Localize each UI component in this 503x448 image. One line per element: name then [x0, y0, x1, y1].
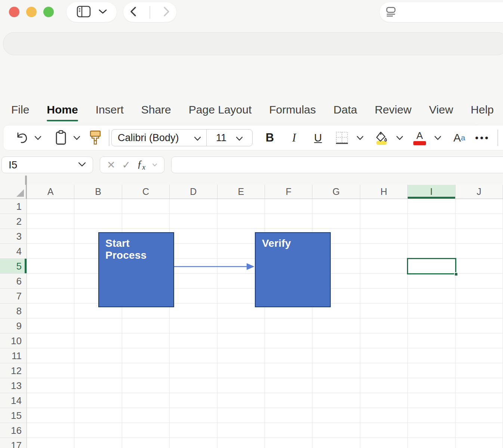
column-header-G[interactable]: G [312, 185, 360, 199]
cell-J1[interactable] [456, 199, 503, 214]
tab-file[interactable]: File [11, 103, 29, 118]
cell-F14[interactable] [265, 393, 312, 408]
cell-H15[interactable] [360, 408, 408, 423]
cell-E9[interactable] [217, 318, 265, 333]
cell-C16[interactable] [122, 423, 170, 438]
cell-D15[interactable] [170, 408, 217, 423]
cell-J10[interactable] [456, 333, 503, 348]
cell-C1[interactable] [122, 199, 170, 214]
cell-D13[interactable] [170, 378, 217, 393]
cell-G9[interactable] [312, 318, 360, 333]
back-button[interactable] [130, 6, 136, 18]
paste-button[interactable] [53, 125, 69, 150]
cell-B15[interactable] [74, 408, 122, 423]
cell-I1[interactable] [408, 199, 455, 214]
cell-E16[interactable] [217, 423, 265, 438]
font-size-grow-button[interactable]: Aa [450, 125, 469, 150]
cell-J16[interactable] [456, 423, 503, 438]
cell-G10[interactable] [312, 333, 360, 348]
cell-E12[interactable] [217, 363, 265, 378]
cell-J6[interactable] [456, 274, 503, 289]
sidebar-icon[interactable] [76, 5, 91, 19]
cell-F2[interactable] [265, 214, 312, 229]
cell-B10[interactable] [74, 333, 122, 348]
cell-I16[interactable] [408, 423, 455, 438]
cell-J8[interactable] [456, 304, 503, 318]
insert-function-button[interactable]: ƒx [137, 158, 145, 171]
cell-J7[interactable] [456, 289, 503, 304]
cell-B13[interactable] [74, 378, 122, 393]
cell-H12[interactable] [360, 363, 408, 378]
cell-H7[interactable] [360, 289, 408, 304]
undo-button[interactable] [13, 125, 30, 150]
flowchart-shape-verify[interactable]: Verify [255, 232, 331, 307]
cell-I8[interactable] [408, 304, 455, 318]
row-header-5[interactable]: 5 [0, 259, 27, 274]
flowchart-shape-start-process[interactable]: Start Process [98, 232, 174, 307]
tab-page-layout[interactable]: Page Layout [189, 103, 252, 118]
cell-F11[interactable] [265, 348, 312, 363]
format-painter-button[interactable] [87, 125, 104, 150]
cell-C13[interactable] [122, 378, 170, 393]
cell-I5[interactable] [408, 259, 455, 274]
cell-B9[interactable] [74, 318, 122, 333]
cell-H1[interactable] [360, 199, 408, 214]
cell-A13[interactable] [27, 378, 74, 393]
cell-F9[interactable] [265, 318, 312, 333]
row-header-6[interactable]: 6 [0, 274, 27, 289]
cell-I3[interactable] [408, 229, 455, 244]
cell-D12[interactable] [170, 363, 217, 378]
tab-share[interactable]: Share [141, 103, 171, 118]
cell-B17[interactable] [74, 438, 122, 448]
cell-J17[interactable] [456, 438, 503, 448]
cell-E2[interactable] [217, 214, 265, 229]
cell-B14[interactable] [74, 393, 122, 408]
row-header-1[interactable]: 1 [0, 199, 27, 214]
row-header-3[interactable]: 3 [0, 229, 27, 244]
cell-D2[interactable] [170, 214, 217, 229]
row-header-13[interactable]: 13 [0, 378, 27, 393]
borders-chevron-icon[interactable] [355, 125, 365, 150]
cell-D11[interactable] [170, 348, 217, 363]
cell-I13[interactable] [408, 378, 455, 393]
sidebar-chevron-down-icon[interactable] [99, 9, 107, 16]
row-header-9[interactable]: 9 [0, 318, 27, 333]
cell-E1[interactable] [217, 199, 265, 214]
cell-B1[interactable] [74, 199, 122, 214]
column-header-B[interactable]: B [74, 185, 122, 199]
cell-C17[interactable] [122, 438, 170, 448]
tab-insert[interactable]: Insert [96, 103, 124, 118]
bold-button[interactable]: B [262, 125, 277, 150]
tab-data[interactable]: Data [333, 103, 357, 118]
column-header-F[interactable]: F [265, 185, 312, 199]
font-size-dropdown[interactable]: 11 [206, 130, 252, 146]
cell-I6[interactable] [408, 274, 455, 289]
font-name-dropdown[interactable]: Calibri (Body) [112, 132, 206, 144]
cell-A5[interactable] [27, 259, 74, 274]
fill-color-button[interactable] [373, 125, 390, 150]
cell-I15[interactable] [408, 408, 455, 423]
cell-A3[interactable] [27, 229, 74, 244]
cell-D4[interactable] [170, 244, 217, 259]
row-header-11[interactable]: 11 [0, 348, 27, 363]
cell-D6[interactable] [170, 274, 217, 289]
cell-C9[interactable] [122, 318, 170, 333]
cell-E14[interactable] [217, 393, 265, 408]
tab-help[interactable]: Help [471, 103, 494, 118]
cell-E17[interactable] [217, 438, 265, 448]
cell-I4[interactable] [408, 244, 455, 259]
tab-view[interactable]: View [429, 103, 453, 118]
cell-B2[interactable] [74, 214, 122, 229]
cell-D14[interactable] [170, 393, 217, 408]
cell-H2[interactable] [360, 214, 408, 229]
cell-C12[interactable] [122, 363, 170, 378]
column-header-I[interactable]: I [408, 185, 455, 199]
column-header-J[interactable]: J [456, 185, 503, 199]
cell-H9[interactable] [360, 318, 408, 333]
cell-A7[interactable] [27, 289, 74, 304]
column-header-E[interactable]: E [217, 185, 265, 199]
cell-D9[interactable] [170, 318, 217, 333]
cell-F17[interactable] [265, 438, 312, 448]
cell-D7[interactable] [170, 289, 217, 304]
cell-H6[interactable] [360, 274, 408, 289]
